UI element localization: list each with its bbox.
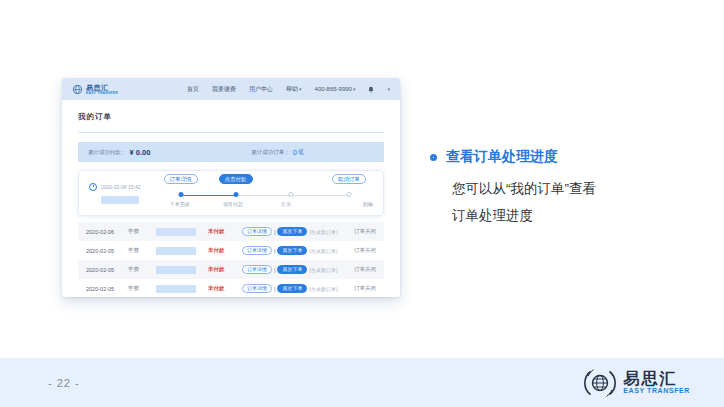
nav-item-hotline[interactable]: 400-865-9990 ▾ bbox=[315, 86, 356, 92]
chevron-down-icon: ▾ bbox=[299, 86, 302, 92]
app-navbar: 易思汇 EASY TRANSFER 首页 我要缴费 用户中心 帮助 ▾ 400-… bbox=[62, 78, 400, 100]
step-dot-done bbox=[233, 192, 238, 197]
action-separator: | bbox=[274, 286, 275, 292]
order-date: 2020-02-05 bbox=[86, 267, 128, 273]
table-row: 2020-02-05 学费 未付款 订单详情 | 再次下单 (生成新订单) 订单… bbox=[78, 241, 384, 260]
order-type: 学费 bbox=[128, 285, 156, 292]
nav-item-pay[interactable]: 我要缴费 bbox=[212, 85, 236, 94]
reorder-note: (生成新订单) bbox=[309, 248, 337, 254]
order-detail-button[interactable]: 订单详情 bbox=[164, 174, 198, 184]
reorder-button[interactable]: 再次下单 bbox=[277, 227, 307, 237]
slide-footer: - 22 - 易思汇 EASY TRANSFER bbox=[0, 358, 724, 407]
redacted-amount bbox=[156, 247, 196, 255]
notification-bell-icon[interactable] bbox=[368, 86, 374, 93]
account-menu-caret[interactable]: ▾ bbox=[387, 86, 390, 92]
step-label-arrived: 到账 bbox=[313, 201, 373, 207]
order-status: 未付款 bbox=[208, 228, 242, 235]
clock-icon bbox=[89, 183, 97, 191]
order-status: 未付款 bbox=[208, 266, 242, 273]
footer-brand-cn: 易思汇 bbox=[623, 371, 690, 387]
nav-item-hotline-label: 400-865-9990 bbox=[315, 86, 352, 92]
order-type: 学费 bbox=[128, 266, 156, 273]
cancel-order-button[interactable]: 取消订单 bbox=[332, 174, 366, 184]
app-screenshot-card: 易思汇 EASY TRANSFER 首页 我要缴费 用户中心 帮助 ▾ 400-… bbox=[62, 78, 400, 297]
order-list: 2020-02-06 学费 未付款 订单详情 | 再次下单 (生成新订单) 订单… bbox=[78, 222, 384, 298]
reorder-note: (生成新订单) bbox=[309, 229, 337, 235]
paid-total-value: ¥ 0.00 bbox=[130, 148, 151, 157]
paid-total-label: 累计成功付款： bbox=[88, 149, 127, 156]
table-row: 2020-02-06 学费 未付款 订单详情 | 再次下单 (生成新订单) 订单… bbox=[78, 222, 384, 241]
order-state: 订单关闭 bbox=[354, 228, 376, 235]
order-state: 订单关闭 bbox=[354, 285, 376, 292]
step-dot-pending bbox=[346, 192, 351, 197]
active-order-card: 2020-02-06 15:42 订单详情 点击付款 取消订单 下单完成 bbox=[78, 170, 384, 216]
order-date: 2020-02-05 bbox=[86, 286, 128, 292]
order-count-label: 累计成功订单： bbox=[251, 149, 290, 156]
step-label-placed: 下单完成 bbox=[153, 201, 206, 207]
summary-bar: 累计成功付款： ¥ 0.00 累计成功订单： 0 笔 bbox=[78, 142, 384, 162]
page-number: - 22 - bbox=[48, 377, 80, 389]
action-separator: | bbox=[274, 229, 275, 235]
redacted-amount bbox=[156, 266, 196, 274]
action-separator: | bbox=[274, 267, 275, 273]
order-progress-timeline bbox=[153, 192, 373, 198]
order-detail-button[interactable]: 订单详情 bbox=[242, 284, 272, 294]
order-count-unit: 笔 bbox=[298, 148, 304, 157]
footer-brand-en: EASY TRANSFER bbox=[623, 387, 690, 394]
table-row: 2020-02-05 学费 未付款 订单详情 | 再次下单 (生成新订单) 订单… bbox=[78, 260, 384, 279]
step-label-remitted: 汇出 bbox=[260, 201, 313, 207]
globe-icon bbox=[72, 84, 83, 95]
order-date: 2020-02-05 bbox=[86, 248, 128, 254]
reorder-note: (生成新订单) bbox=[309, 286, 337, 292]
globe-icon bbox=[583, 366, 617, 400]
reorder-button[interactable]: 再次下单 bbox=[277, 246, 307, 256]
nav-item-home[interactable]: 首页 bbox=[187, 85, 199, 94]
nav-item-user-center[interactable]: 用户中心 bbox=[249, 85, 273, 94]
order-detail-button[interactable]: 订单详情 bbox=[242, 227, 272, 237]
callout: 查看订单处理进度 您可以从“我的订单”查看 订单处理进度 bbox=[430, 148, 670, 229]
step-label-awaiting-payment: 等待付款 bbox=[206, 201, 259, 207]
order-datetime: 2020-02-06 15:42 bbox=[101, 184, 140, 190]
chevron-down-icon: ▾ bbox=[353, 86, 356, 92]
step-dot-done bbox=[178, 192, 183, 197]
app-logo-en: EASY TRANSFER bbox=[86, 91, 118, 95]
step-dot-pending bbox=[288, 192, 293, 197]
table-row: 2020-02-05 学费 未付款 订单详情 | 再次下单 (生成新订单) 订单… bbox=[78, 279, 384, 298]
order-count-value: 0 bbox=[293, 148, 297, 157]
callout-line1: 您可以从“我的订单”查看 bbox=[452, 175, 670, 202]
chevron-down-icon: ▾ bbox=[387, 86, 390, 92]
order-type: 学费 bbox=[128, 228, 156, 235]
reorder-button[interactable]: 再次下单 bbox=[277, 284, 307, 294]
redacted-order-info bbox=[101, 196, 139, 204]
timeline-progress bbox=[181, 195, 236, 197]
order-state: 订单关闭 bbox=[354, 266, 376, 273]
order-state: 订单关闭 bbox=[354, 247, 376, 254]
reorder-button[interactable]: 再次下单 bbox=[277, 265, 307, 275]
order-type: 学费 bbox=[128, 247, 156, 254]
order-status: 未付款 bbox=[208, 247, 242, 254]
title-divider bbox=[78, 132, 384, 133]
footer-brand: 易思汇 EASY TRANSFER bbox=[583, 366, 690, 400]
callout-line2: 订单处理进度 bbox=[452, 202, 670, 229]
app-logo[interactable]: 易思汇 EASY TRANSFER bbox=[72, 84, 118, 95]
redacted-amount bbox=[156, 228, 196, 236]
action-separator: | bbox=[274, 248, 275, 254]
callout-title: 查看订单处理进度 bbox=[446, 148, 558, 166]
pay-now-button[interactable]: 点击付款 bbox=[219, 174, 253, 184]
redacted-amount bbox=[156, 285, 196, 293]
app-logo-cn: 易思汇 bbox=[86, 84, 118, 91]
bullet-ring-icon bbox=[430, 154, 437, 161]
order-detail-button[interactable]: 订单详情 bbox=[242, 265, 272, 275]
page-title: 我的订单 bbox=[78, 112, 384, 122]
nav-item-help-label: 帮助 bbox=[286, 85, 298, 94]
order-status: 未付款 bbox=[208, 285, 242, 292]
reorder-note: (生成新订单) bbox=[309, 267, 337, 273]
order-date: 2020-02-06 bbox=[86, 229, 128, 235]
nav-item-help[interactable]: 帮助 ▾ bbox=[286, 85, 302, 94]
order-detail-button[interactable]: 订单详情 bbox=[242, 246, 272, 256]
